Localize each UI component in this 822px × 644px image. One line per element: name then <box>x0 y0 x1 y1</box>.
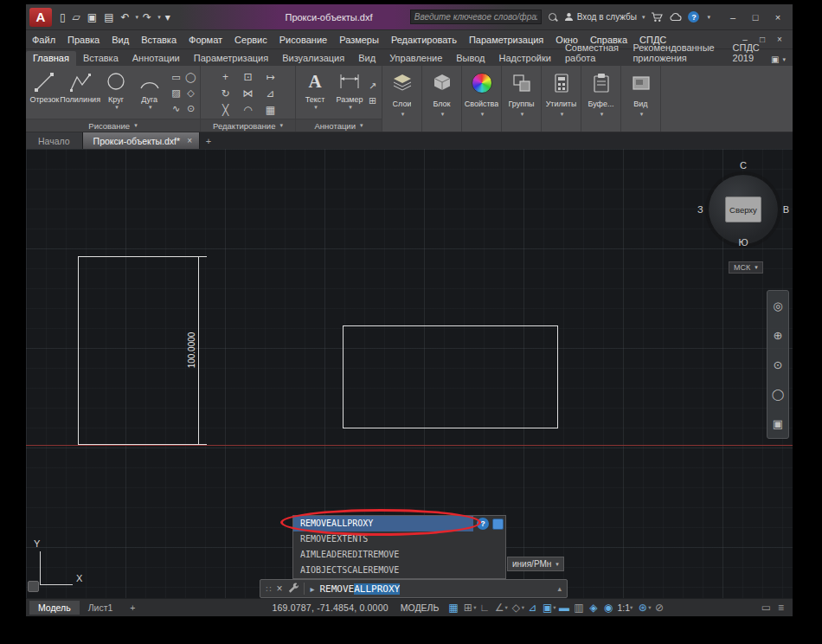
search-icon[interactable] <box>548 12 558 23</box>
menu-parametric[interactable]: Параметризация <box>463 32 549 48</box>
panel-layers[interactable]: Слои ▾ <box>382 66 422 132</box>
ribbon-tab-annotate[interactable]: Аннотации <box>125 51 187 66</box>
polyline-tool-button[interactable]: Полилиния <box>61 68 100 119</box>
rectangle-tool-icon[interactable]: ▭ <box>169 70 183 86</box>
qat-overflow-icon[interactable]: ▾ <box>163 10 173 24</box>
snap-dropdown-icon[interactable]: ▾ <box>473 604 476 611</box>
plot-icon[interactable]: ▤ <box>101 10 116 24</box>
autocomplete-help-icon[interactable]: ? <box>477 518 489 530</box>
isodraft-dropdown-icon[interactable]: ▾ <box>522 604 524 611</box>
ribbon-tab-spds2019[interactable]: СПДС 2019 <box>726 41 771 66</box>
ortho-icon[interactable]: ∟ <box>478 602 492 614</box>
menu-draw[interactable]: Рисование <box>273 32 333 48</box>
menu-dimension[interactable]: Размеры <box>333 32 385 48</box>
autocomplete-item-removeallproxy[interactable]: REMOVEALLPROXY ? <box>293 516 505 531</box>
model-space-indicator[interactable]: МОДЕЛЬ <box>401 602 440 613</box>
grid-icon[interactable]: ▦ <box>446 602 460 614</box>
viewcube[interactable]: С В Ю З Сверху <box>708 174 779 245</box>
redo-icon[interactable]: ↷ <box>140 10 154 24</box>
stretch-tool-icon[interactable]: ↦ <box>260 68 282 85</box>
help-icon[interactable]: ? <box>688 11 699 23</box>
zoom-icon[interactable]: ⊙ <box>774 358 783 371</box>
dimension-tool-button[interactable]: Размер ▾ <box>332 68 367 119</box>
panel-label-edit[interactable]: Редактирование ▾ <box>201 119 295 132</box>
osnap-tracking-icon[interactable]: ⊿ <box>525 602 540 614</box>
text-tool-button[interactable]: А Текст ▾ <box>298 68 332 119</box>
doc-tab-proxy-objects[interactable]: Прокси-объекты.dxf* × <box>83 132 200 149</box>
ribbon-tab-home[interactable]: Главная <box>26 51 76 66</box>
menu-tools[interactable]: Сервис <box>228 32 273 48</box>
panel-clipboard[interactable]: Буфе... ▾ <box>581 66 621 132</box>
new-file-icon[interactable]: ▯ <box>57 10 68 24</box>
undo-dropdown-icon[interactable]: ▾ <box>136 14 139 21</box>
drawn-rectangle-left[interactable] <box>78 256 199 445</box>
menu-modify[interactable]: Редактировать <box>385 32 463 48</box>
save-icon[interactable]: ▣ <box>85 10 100 24</box>
panel-block[interactable]: Блок ▾ <box>422 66 462 132</box>
copy-tool-icon[interactable]: ⊡ <box>237 68 260 85</box>
command-input[interactable]: REMOVE ALLPROXY <box>319 583 400 595</box>
circle-tool-button[interactable]: Круг ▾ <box>100 68 133 119</box>
viewcube-north-label[interactable]: С <box>740 160 747 171</box>
viewcube-top-face-button[interactable]: Сверху <box>725 196 761 222</box>
rotate-tool-icon[interactable]: ↻ <box>215 85 237 101</box>
object-snap-dropdown-icon[interactable]: ▾ <box>553 604 555 611</box>
drawing-area[interactable]: 100.0000 С В Ю З Сверху МСК ▾ ◎ ⊕ ⊙ ◯ ▣ … <box>26 149 793 598</box>
viewcube-south-label[interactable]: Ю <box>738 237 748 248</box>
ribbon-tab-output[interactable]: Вывод <box>449 51 491 66</box>
menu-format[interactable]: Формат <box>183 32 228 48</box>
pan-icon[interactable]: ⊕ <box>774 329 783 342</box>
layout1-tab[interactable]: Лист1 <box>80 601 122 615</box>
panel-view[interactable]: Вид ▾ <box>621 66 661 132</box>
hatch-tool-icon[interactable]: ▨ <box>169 86 183 101</box>
arc-tool-button[interactable]: Дуга ▾ <box>132 68 166 119</box>
move-tool-icon[interactable]: + <box>215 68 237 85</box>
annotation-scale-button[interactable]: 1:1 ▾ <box>617 602 633 613</box>
circle-dropdown-icon[interactable]: ▾ <box>115 104 119 111</box>
help-dropdown-icon[interactable]: ▾ <box>707 14 710 21</box>
line-tool-button[interactable]: Отрезок <box>28 68 61 119</box>
dimension-dropdown-icon[interactable]: ▾ <box>349 104 352 111</box>
autocomplete-item-aiobjectscaleremove[interactable]: AIOBJECTSCALEREMOVE <box>293 563 505 578</box>
doc-close-icon[interactable]: × <box>772 35 787 44</box>
scale-tool-icon[interactable]: ⊿ <box>260 85 282 101</box>
viewcube-east-label[interactable]: В <box>783 204 789 215</box>
fillet-tool-icon[interactable]: ◠ <box>237 101 260 118</box>
annotation-visibility-icon[interactable]: ◉ <box>600 602 615 614</box>
open-file-icon[interactable]: ▱ <box>70 10 83 24</box>
polar-dropdown-icon[interactable]: ▾ <box>505 604 508 611</box>
ellipse-tool-icon[interactable]: ◯ <box>183 70 198 86</box>
command-bar-grip-icon[interactable]: ∷ <box>266 584 271 594</box>
orbit-icon[interactable]: ◯ <box>772 388 785 401</box>
store-cart-icon[interactable] <box>651 12 663 23</box>
new-layout-button[interactable]: + <box>121 601 144 615</box>
arc-dropdown-icon[interactable]: ▾ <box>149 104 152 111</box>
model-space-tab[interactable]: Модель <box>29 601 80 615</box>
polygon-tool-icon[interactable]: ◇ <box>183 86 198 101</box>
selection-cycling-icon[interactable]: ◈ <box>586 602 600 614</box>
mirror-tool-icon[interactable]: ⋈ <box>237 85 260 101</box>
doc-tab-close-icon[interactable]: × <box>187 136 192 145</box>
panel-groups[interactable]: Группы ▾ <box>502 66 542 132</box>
viewport-corner-widget[interactable] <box>28 581 39 592</box>
trim-tool-icon[interactable]: ╳ <box>215 101 237 118</box>
menu-view[interactable]: Вид <box>106 32 135 48</box>
ribbon-tab-featured-apps[interactable]: Рекомендованные приложения <box>626 41 725 66</box>
command-history-up-icon[interactable]: ▴ <box>557 584 562 593</box>
menu-edit[interactable]: Правка <box>61 32 106 48</box>
point-tool-icon[interactable]: ⊙ <box>183 101 198 117</box>
ribbon-tab-addins[interactable]: Надстройки <box>492 51 558 66</box>
ribbon-tab-visualize[interactable]: Визуализация <box>275 51 351 66</box>
panel-label-annotation[interactable]: Аннотации ▾ <box>296 119 382 132</box>
steering-wheel-icon[interactable]: ◎ <box>773 299 782 312</box>
drawn-rectangle-right[interactable] <box>343 325 558 428</box>
lineweight-icon[interactable]: ▬ <box>556 602 571 614</box>
customization-menu-icon[interactable]: ≡ <box>774 602 788 614</box>
table-tool-icon[interactable]: ⊞ <box>369 95 376 106</box>
panel-label-draw[interactable]: Рисование ▾ <box>26 119 200 132</box>
ribbon-minimize-icon[interactable]: ▣ ▾ <box>771 55 786 66</box>
undo-icon[interactable]: ↶ <box>119 10 132 24</box>
array-tool-icon[interactable]: ▦ <box>260 101 282 118</box>
search-box[interactable]: Введите ключевое слово/фразу <box>410 10 542 24</box>
panel-utilities[interactable]: Утилиты ▾ <box>542 66 581 132</box>
